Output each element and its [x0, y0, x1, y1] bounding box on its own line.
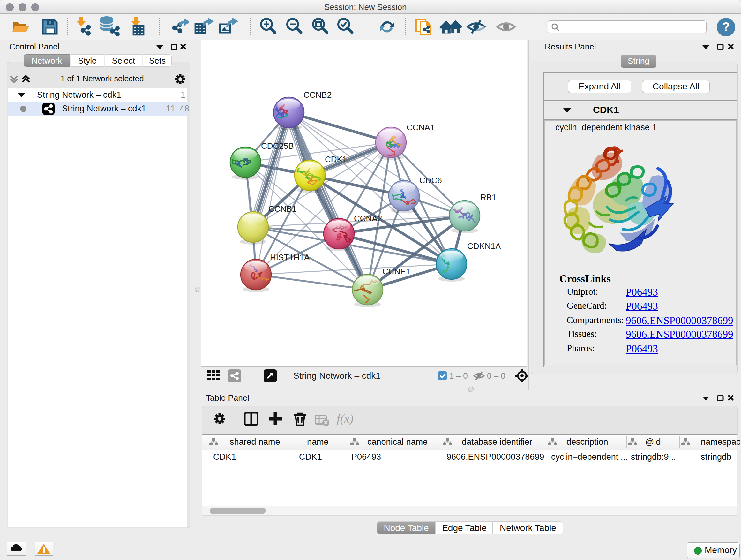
svg-text:CDKN1A: CDKN1A [467, 241, 501, 251]
svg-text:CCNA1: CCNA1 [407, 123, 434, 132]
svg-text:CCNB1: CCNB1 [268, 204, 296, 213]
svg-text:CDK1: CDK1 [325, 154, 347, 164]
svg-text:CCNA2: CCNA2 [354, 213, 382, 223]
svg-text:0 – 0: 0 – 0 [487, 371, 505, 381]
svg-text:CCNB2: CCNB2 [304, 90, 332, 100]
svg-text:1 – 0: 1 – 0 [449, 371, 468, 381]
svg-text:CCNE1: CCNE1 [382, 266, 410, 276]
svg-text:CDC25B: CDC25B [261, 141, 294, 151]
svg-text:RB1: RB1 [480, 192, 496, 202]
svg-text:f(x): f(x) [337, 412, 353, 426]
svg-text:CDC6: CDC6 [419, 176, 442, 185]
svg-text:?: ? [722, 20, 730, 34]
svg-text:HIST1H1A: HIST1H1A [270, 253, 310, 262]
